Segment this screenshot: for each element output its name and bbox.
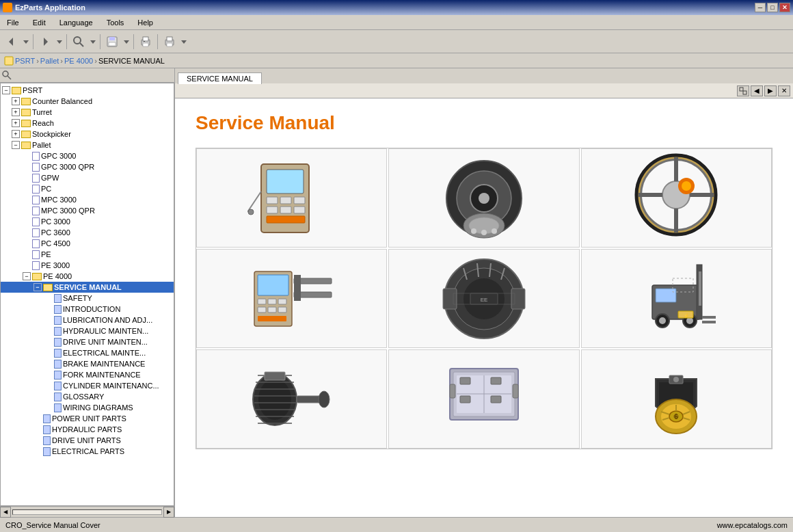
print2-button[interactable] (161, 33, 178, 51)
close-button[interactable]: ✕ (779, 3, 790, 12)
sidebar: Main Tree − PSRT + Counter Balanced + T (0, 68, 175, 517)
breadcrumb-pe4000[interactable]: PE 4000 (64, 57, 93, 65)
tree-item-brake[interactable]: BRAKE MAINTENANCE (1, 358, 174, 369)
tree-item-cylinder[interactable]: CYLINDER MAINTENANC... (1, 380, 174, 391)
forward-dropdown[interactable] (55, 33, 64, 51)
tree-item-mpc3000[interactable]: MPC 3000 (1, 194, 174, 205)
tree-item-pallet[interactable]: − Pallet (1, 139, 174, 150)
image-cell-8[interactable]: 6 (581, 349, 772, 449)
back-button[interactable] (3, 33, 21, 51)
tree-item-drive-unit[interactable]: DRIVE UNIT MAINTEN... (1, 336, 174, 347)
expander-counter-balanced[interactable]: + (12, 97, 20, 105)
forward-button[interactable] (36, 33, 54, 51)
tree-item-wiring[interactable]: WIRING DIAGRAMS (1, 402, 174, 413)
tree-item-glossary[interactable]: GLOSSARY (1, 391, 174, 402)
tree-item-electrical[interactable]: ELECTRICAL MAINTE... (1, 347, 174, 358)
menu-file[interactable]: File (3, 17, 23, 28)
save-dropdown[interactable] (122, 33, 131, 51)
expander-stockpicker[interactable]: + (12, 130, 20, 138)
menu-edit[interactable]: Edit (29, 17, 50, 28)
svg-rect-31 (294, 207, 305, 213)
expander-reach[interactable]: + (12, 119, 20, 127)
image-cell-6[interactable] (196, 349, 387, 449)
tree-item-lubrication[interactable]: LUBRICATION AND ADJ... (1, 315, 174, 325)
scroll-left-btn[interactable]: ◀ (0, 507, 11, 518)
tree-item-gpc3000qpr[interactable]: GPC 3000 QPR (1, 161, 174, 172)
tree-item-pe4000[interactable]: − PE 4000 (1, 271, 174, 282)
tree-item-safety[interactable]: SAFETY (1, 293, 174, 304)
tree-item-pc3000[interactable]: PC 3000 (1, 216, 174, 227)
expander-psrt[interactable]: − (2, 86, 10, 94)
breadcrumb-psrt[interactable]: PSRT (15, 57, 35, 65)
svg-marker-6 (90, 40, 96, 44)
tree-item-electrical-parts[interactable]: ELECTRICAL PARTS (1, 446, 174, 457)
expander-pe4000[interactable]: − (23, 272, 31, 280)
menu-tools[interactable]: Tools (103, 17, 129, 28)
tree-label-hydraulic-parts: HYDRAULIC PARTS (52, 425, 172, 434)
tree-item-introduction[interactable]: INTRODUCTION (1, 304, 174, 315)
image-cell-4[interactable]: EE (388, 249, 579, 348)
svg-rect-27 (280, 197, 291, 204)
menu-language[interactable]: Language (55, 17, 97, 28)
tree-item-counter-balanced[interactable]: + Counter Balanced (1, 96, 174, 107)
tree-item-gpw[interactable]: GPW (1, 172, 174, 183)
maximize-button[interactable]: □ (767, 3, 778, 12)
image-cell-1[interactable] (388, 148, 579, 248)
scroll-right-btn[interactable]: ▶ (163, 507, 174, 518)
expander-turret[interactable]: + (12, 108, 20, 116)
tree-item-mpc3000qpr[interactable]: MPC 3000 QPR (1, 205, 174, 216)
page2-icon-electrical-parts (43, 447, 51, 456)
image-cell-5[interactable]: ⚡ (581, 249, 772, 348)
part-image-drive-wheel: 6 (632, 351, 721, 447)
tree-item-stockpicker[interactable]: + Stockpicker (1, 129, 174, 139)
image-cell-2[interactable] (581, 148, 772, 248)
content-btn-prev[interactable]: ◀ (751, 85, 763, 96)
tree-item-service-manual[interactable]: − SERVICE MANUAL (1, 282, 174, 293)
tree-item-psrt[interactable]: − PSRT (1, 85, 174, 96)
back-dropdown[interactable] (22, 33, 30, 51)
content-btn-next[interactable]: ▶ (764, 85, 777, 96)
svg-rect-59 (258, 307, 266, 312)
expander-pallet[interactable]: − (12, 141, 20, 149)
tree-item-hydraulic-maint[interactable]: HYDRAULIC MAINTEN... (1, 325, 174, 336)
search-dropdown[interactable] (89, 33, 97, 51)
tree-item-gpc3000[interactable]: GPC 3000 (1, 150, 174, 161)
print2-dropdown[interactable] (180, 33, 188, 51)
tree-item-pc[interactable]: PC (1, 183, 174, 194)
tree-item-fork[interactable]: FORK MAINTENANCE (1, 369, 174, 380)
tree-container[interactable]: − PSRT + Counter Balanced + Turret + Rea… (0, 83, 174, 506)
page-icon-pc3600 (32, 228, 40, 237)
tree-label-gpc3000: GPC 3000 (41, 152, 172, 160)
svg-rect-25 (267, 170, 304, 194)
tree-item-pe3000[interactable]: PE 3000 (1, 260, 174, 271)
tree-label-pc: PC (41, 185, 172, 193)
svg-marker-0 (9, 38, 13, 46)
svg-rect-109 (460, 377, 470, 384)
breadcrumb-pallet[interactable]: Pallet (40, 57, 59, 65)
image-cell-3[interactable] (196, 249, 387, 348)
content-btn-close[interactable]: ✕ (778, 85, 790, 96)
image-cell-0[interactable] (196, 148, 387, 248)
tree-item-pc4500[interactable]: PC 4500 (1, 238, 174, 249)
save-button[interactable] (103, 33, 121, 51)
print-button[interactable] (137, 33, 154, 51)
tree-item-reach[interactable]: + Reach (1, 118, 174, 129)
svg-marker-10 (124, 40, 129, 44)
content-btn-expand[interactable] (737, 85, 749, 96)
page2-icon-cylinder (54, 382, 62, 390)
search-button[interactable] (70, 33, 88, 51)
tab-service-manual[interactable]: SERVICE MANUAL (178, 72, 262, 84)
scroll-track[interactable] (12, 509, 162, 515)
menu-help[interactable]: Help (133, 17, 157, 28)
tree-item-pe[interactable]: PE (1, 249, 174, 260)
tree-item-hydraulic-parts[interactable]: HYDRAULIC PARTS (1, 424, 174, 435)
tree-item-drive-unit-parts[interactable]: DRIVE UNIT PARTS (1, 435, 174, 446)
expander-service-manual[interactable]: − (33, 283, 42, 291)
tree-item-power-unit-parts[interactable]: POWER UNIT PARTS (1, 413, 174, 424)
tree-label-drive-unit: DRIVE UNIT MAINTEN... (63, 338, 172, 346)
image-cell-7[interactable] (388, 349, 579, 449)
tree-item-turret[interactable]: + Turret (1, 107, 174, 118)
page2-icon-introduction (54, 305, 62, 314)
minimize-button[interactable]: ─ (755, 3, 766, 12)
tree-item-pc3600[interactable]: PC 3600 (1, 227, 174, 238)
